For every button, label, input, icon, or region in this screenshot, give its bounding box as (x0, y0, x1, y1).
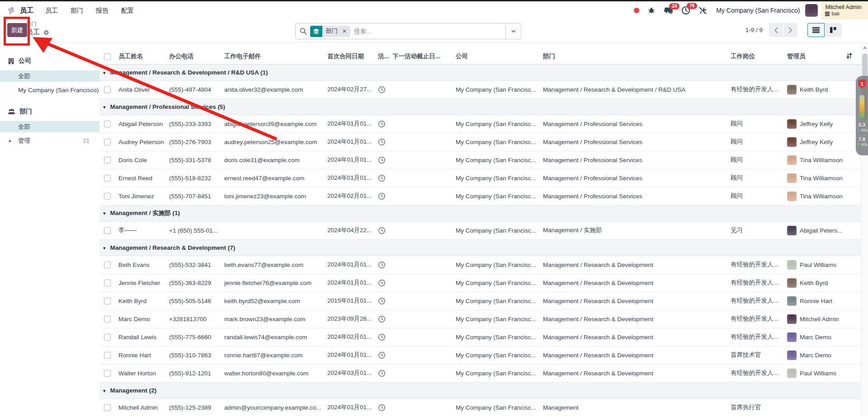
column-header[interactable]: 员工姓名 (118, 49, 169, 64)
table-row[interactable]: Keith Byrd (555)-505-5146 keith.byrd52@e… (99, 292, 861, 310)
table-row[interactable]: Doris Cole (555)-331-5378 doris.cole31@e… (99, 151, 861, 169)
table-row[interactable]: Walter Horton (555)-912-1201 walter.hort… (99, 364, 861, 382)
activity-clock-icon[interactable] (378, 369, 386, 377)
activity-clock-icon[interactable] (378, 227, 386, 234)
column-header[interactable]: 活... (378, 49, 392, 64)
column-header[interactable]: 办公电话 (169, 49, 224, 64)
table-row[interactable]: Mitchell Admin (555)-125-2389 admin@your… (99, 398, 861, 416)
table-row[interactable]: Marc Demo +3281813700 mark.brown23@examp… (99, 310, 861, 328)
row-checkbox[interactable] (104, 370, 111, 377)
expand-caret-icon[interactable]: ▸ (9, 138, 11, 143)
user-menu[interactable]: Mitchell Admin bak (821, 1, 868, 19)
group-header-row[interactable]: ▾Management / Professional Services (5) (99, 98, 861, 115)
activities-clock-icon[interactable]: 76 (681, 6, 690, 15)
table-row[interactable]: Randall Lewis (555)-775-6660 randall.lew… (99, 328, 861, 346)
row-checkbox[interactable] (104, 175, 111, 182)
activity-clock-icon[interactable] (378, 279, 386, 287)
activity-clock-icon[interactable] (378, 333, 386, 341)
select-all-checkbox[interactable] (104, 53, 111, 60)
column-header[interactable]: 管理员 (787, 49, 846, 64)
group-collapse-icon[interactable]: ▾ (103, 70, 106, 76)
column-header[interactable]: 工作岗位 (731, 49, 787, 64)
row-checkbox[interactable] (104, 86, 111, 93)
table-row[interactable]: Ronnie Hart (555)-310-7863 ronnie.hart87… (99, 346, 861, 364)
group-collapse-icon[interactable]: ▾ (103, 388, 106, 394)
column-header[interactable]: 工作电子邮件 (224, 49, 327, 64)
group-collapse-icon[interactable]: ▾ (103, 104, 106, 110)
employees-app-icon[interactable] (6, 5, 16, 15)
scrollbar-up-arrow[interactable] (863, 46, 867, 49)
sidebar-section-title: 部门 (0, 108, 99, 116)
row-checkbox[interactable] (104, 334, 111, 341)
activity-clock-icon[interactable] (378, 261, 386, 269)
search-dropdown-toggle[interactable] (505, 23, 521, 39)
nav-menu-item[interactable]: 员工 (45, 7, 58, 14)
active-company-switcher[interactable]: My Company (San Francisco) (716, 7, 800, 14)
app-name[interactable]: 员工 (20, 6, 33, 15)
activity-clock-icon[interactable] (378, 174, 386, 182)
activity-clock-icon[interactable] (378, 315, 386, 323)
activity-clock-icon[interactable] (378, 86, 386, 93)
activity-clock-icon[interactable] (378, 120, 386, 128)
nav-menu-item[interactable]: 配置 (121, 7, 134, 14)
sidebar-item-全部[interactable]: 全部 (0, 121, 99, 132)
group-collapse-icon[interactable]: ▾ (103, 245, 106, 251)
nav-menu-item[interactable]: 部门 (71, 7, 83, 14)
sidebar-item-My Company (San Francisco)[interactable]: My Company (San Francisco) (0, 84, 99, 96)
list-view-button[interactable] (807, 23, 825, 37)
column-header[interactable]: 首次合同日期 (327, 49, 378, 64)
pager-next-button[interactable] (783, 23, 797, 37)
table-row[interactable]: 李—— +1 (650) 555-01... 2024年04月22... My … (99, 221, 861, 239)
row-checkbox[interactable] (104, 316, 111, 323)
shield-badge-icon: 1 (858, 79, 866, 89)
table-row[interactable]: Anita Oliver (555)-497-4804 anita.oliver… (99, 80, 861, 98)
group-header-row[interactable]: ▾Management / Research & Development / R… (99, 64, 861, 80)
sidebar-item-管理[interactable]: ▸ 管理 21 (0, 135, 99, 146)
table-row[interactable]: Toni Jimenez (555)-707-8451 toni.jimenez… (99, 187, 861, 205)
column-header[interactable]: 公司 (456, 49, 543, 64)
table-row[interactable]: Abigail Peterson (555)-233-3393 abigail.… (99, 115, 861, 133)
nav-menu-item[interactable]: 报告 (96, 7, 108, 14)
group-header-row[interactable]: ▾Management (2) (99, 382, 861, 398)
table-row[interactable]: Audrey Peterson (555)-276-7903 audrey.pe… (99, 133, 861, 151)
row-checkbox[interactable] (104, 280, 111, 286)
tools-icon[interactable] (698, 6, 707, 15)
row-checkbox[interactable] (104, 193, 111, 200)
group-header-row[interactable]: ▾Management / 实施部 (1) (99, 205, 861, 221)
group-header-row[interactable]: ▾Management / Research & Development (7) (99, 239, 861, 256)
row-checkbox[interactable] (104, 298, 111, 304)
facet-label: 部门 (322, 26, 341, 37)
activity-clock-icon[interactable] (378, 192, 386, 200)
pager-previous-button[interactable] (769, 23, 783, 37)
adjust-columns-header[interactable] (846, 49, 861, 64)
group-collapse-icon[interactable]: ▾ (103, 210, 106, 216)
row-checkbox[interactable] (104, 139, 111, 145)
facet-remove-icon[interactable]: ✕ (341, 26, 350, 37)
net-monitor-overlay[interactable]: 1 0.3 ▲K/s 7.8 ▼K/s (856, 76, 868, 155)
activity-clock-icon[interactable] (378, 156, 386, 164)
messages-icon[interactable]: 24 (664, 6, 673, 15)
row-checkbox[interactable] (104, 227, 111, 234)
column-header[interactable]: 下一活动截止日... (392, 49, 456, 64)
user-avatar[interactable] (805, 4, 818, 17)
activity-clock-icon[interactable] (378, 351, 386, 359)
sidebar-item-全部[interactable]: 全部 (0, 70, 99, 82)
bug-icon[interactable] (647, 6, 656, 14)
activity-clock-icon[interactable] (378, 297, 386, 305)
column-header[interactable]: 部门 (543, 49, 731, 64)
table-row[interactable]: Jennie Fletcher (555)-363-8229 jennie.fl… (99, 274, 861, 292)
search-input[interactable] (350, 28, 505, 35)
row-checkbox[interactable] (104, 352, 111, 359)
table-row[interactable]: Beth Evans (555)-532-3841 beth.evans77@e… (99, 256, 861, 274)
row-checkbox[interactable] (104, 157, 111, 164)
row-checkbox[interactable] (104, 404, 111, 411)
row-checkbox[interactable] (104, 262, 111, 268)
row-checkbox[interactable] (104, 121, 111, 127)
activity-clock-icon[interactable] (378, 404, 386, 411)
search-bar[interactable]: 部门 ✕ (295, 23, 521, 39)
cell-work-email: mark.brown23@example.com (224, 310, 327, 328)
kanban-view-button[interactable] (825, 23, 842, 37)
action-gear-icon[interactable]: ⚙ (43, 29, 49, 36)
activity-clock-icon[interactable] (378, 138, 386, 146)
table-row[interactable]: Ernest Reed (555)-518-8232 ernest.reed47… (99, 169, 861, 187)
